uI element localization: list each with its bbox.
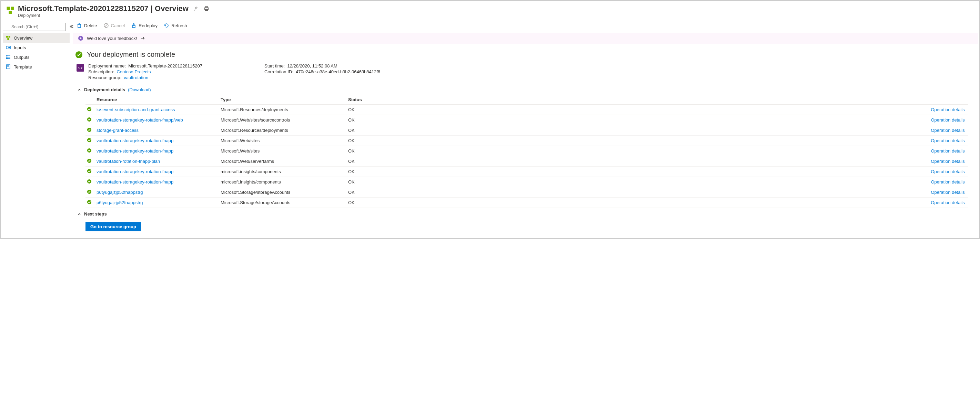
operation-details-link[interactable]: Operation details [476, 107, 967, 112]
resource-link[interactable]: vaultrotation-storagekey-rotation-fnapp [97, 169, 221, 174]
resource-status: OK [348, 117, 476, 123]
deployment-meta: Deployment name: Microsoft.Template-2020… [75, 63, 976, 81]
operation-details-link[interactable]: Operation details [476, 179, 967, 185]
svg-rect-9 [6, 36, 8, 38]
operation-details-link[interactable]: Operation details [476, 159, 967, 164]
resource-group-link[interactable]: vaultrotation [124, 75, 148, 80]
arrow-right-icon [140, 36, 145, 41]
table-row: vaultrotation-storagekey-rotation-fnapp … [86, 146, 968, 156]
svg-rect-1 [11, 7, 14, 10]
next-steps-header[interactable]: Next steps [77, 211, 976, 217]
svg-rect-10 [9, 36, 10, 38]
success-check-icon [75, 51, 83, 59]
resource-link[interactable]: kv-event-subscription-and-grant-access [97, 107, 221, 112]
resource-status: OK [348, 148, 476, 154]
success-check-icon [87, 148, 92, 153]
resource-link[interactable]: p6tyugajzjp52fnappstrg [97, 190, 221, 195]
svg-rect-23 [78, 24, 81, 27]
status-row: Your deployment is complete [75, 51, 976, 59]
sidebar-item-template[interactable]: Template [3, 62, 70, 71]
sidebar-item-label: Inputs [14, 45, 26, 50]
svg-line-27 [105, 24, 108, 27]
table-row: p6tyugajzjp52fnappstrg Microsoft.Storage… [86, 198, 968, 208]
resource-status: OK [348, 107, 476, 112]
page-header: Microsoft.Template-20201228115207 | Over… [1, 1, 979, 20]
resource-status: OK [348, 169, 476, 174]
table-header: Resource Type Status [86, 95, 968, 104]
table-row: vaultrotation-storagekey-rotation-fnapp/… [86, 115, 968, 125]
operation-details-link[interactable]: Operation details [476, 117, 967, 123]
resource-status: OK [348, 138, 476, 143]
resource-link[interactable]: vaultrotation-storagekey-rotation-fnapp/… [97, 117, 221, 123]
redeploy-button[interactable]: Redeploy [131, 23, 158, 28]
resource-link[interactable]: vaultrotation-storagekey-rotation-fnapp [97, 179, 221, 185]
sidebar-item-label: Outputs [14, 55, 30, 60]
operation-details-link[interactable]: Operation details [476, 138, 967, 143]
svg-point-18 [6, 57, 7, 57]
go-to-resource-group-button[interactable]: Go to resource group [86, 222, 141, 231]
outputs-icon [5, 54, 11, 60]
pin-icon[interactable] [193, 6, 199, 11]
resource-type: Microsoft.Storage/storageAccounts [221, 200, 348, 205]
correlation-id: 470e246e-a38e-40ed-b9b2-06469b8412f6 [296, 69, 380, 74]
overview-icon [5, 35, 11, 41]
resource-type: Microsoft.Web/sites/sourcecontrols [221, 117, 348, 123]
operation-details-link[interactable]: Operation details [476, 169, 967, 174]
svg-rect-0 [7, 7, 10, 10]
delete-icon [76, 23, 82, 28]
resource-link[interactable]: vaultrotation-storagekey-rotation-fnapp [97, 138, 221, 143]
resource-link[interactable]: vaultrotation-rotation-fnapp-plan [97, 159, 221, 164]
page-subtitle: Deployment [18, 13, 975, 18]
operation-details-link[interactable]: Operation details [476, 200, 967, 205]
operation-details-link[interactable]: Operation details [476, 148, 967, 154]
feedback-bar[interactable]: We'd love your feedback! [73, 33, 978, 44]
success-check-icon [87, 179, 92, 184]
delete-button[interactable]: Delete [76, 23, 97, 28]
svg-point-19 [6, 58, 7, 59]
refresh-icon [164, 23, 169, 28]
refresh-button[interactable]: Refresh [164, 23, 187, 28]
resource-status: OK [348, 179, 476, 185]
success-check-icon [87, 138, 92, 142]
deployment-table: Resource Type Status kv-event-subscripti… [86, 95, 968, 208]
inputs-icon [5, 45, 11, 50]
deployment-icon [5, 5, 15, 15]
sidebar-item-inputs[interactable]: Inputs [3, 43, 70, 52]
svg-rect-2 [9, 11, 12, 14]
feedback-icon [78, 35, 83, 41]
template-icon [5, 64, 11, 70]
resource-link[interactable]: vaultrotation-storagekey-rotation-fnapp [97, 148, 221, 154]
table-row: kv-event-subscription-and-grant-access M… [86, 104, 968, 115]
print-icon[interactable] [204, 6, 209, 11]
subscription-link[interactable]: Contoso Projects [116, 69, 151, 74]
table-row: vaultrotation-storagekey-rotation-fnapp … [86, 166, 968, 177]
svg-rect-28 [132, 25, 135, 27]
arm-template-icon [76, 64, 84, 71]
success-check-icon [87, 158, 92, 163]
resource-status: OK [348, 200, 476, 205]
status-title: Your deployment is complete [87, 51, 175, 59]
table-row: storage-grant-access Microsoft.Resources… [86, 125, 968, 136]
sidebar-item-overview[interactable]: Overview [3, 33, 70, 43]
resource-link[interactable]: p6tyugajzjp52fnappstrg [97, 200, 221, 205]
resource-link[interactable]: storage-grant-access [97, 128, 221, 133]
table-row: vaultrotation-storagekey-rotation-fnapp … [86, 177, 968, 187]
resource-type: Microsoft.Storage/storageAccounts [221, 190, 348, 195]
resource-type: Microsoft.Web/serverfarms [221, 159, 348, 164]
deployment-details-header[interactable]: Deployment details (Download) [77, 87, 976, 92]
svg-rect-11 [7, 38, 9, 40]
success-check-icon [87, 117, 92, 122]
download-link[interactable]: (Download) [128, 87, 151, 92]
resource-type: microsoft.insights/components [221, 179, 348, 185]
svg-line-3 [194, 9, 196, 11]
table-row: vaultrotation-rotation-fnapp-plan Micros… [86, 156, 968, 166]
deployment-name: Microsoft.Template-20201228115207 [128, 63, 202, 68]
resource-type: Microsoft.Web/sites [221, 148, 348, 154]
feedback-text: We'd love your feedback! [87, 36, 137, 41]
svg-point-17 [6, 55, 7, 56]
sidebar-item-outputs[interactable]: Outputs [3, 52, 70, 62]
table-row: p6tyugajzjp52fnappstrg Microsoft.Storage… [86, 187, 968, 198]
operation-details-link[interactable]: Operation details [476, 190, 967, 195]
operation-details-link[interactable]: Operation details [476, 128, 967, 133]
search-input[interactable] [3, 23, 65, 31]
